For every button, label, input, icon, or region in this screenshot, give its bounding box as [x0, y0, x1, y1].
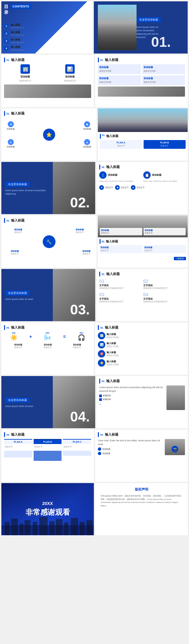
dot-2: [98, 452, 101, 455]
circle-item-3: ● 添加标题: [7, 139, 15, 148]
grid-item-2: 添加标题 添加文字内容: [142, 64, 185, 74]
circle-label-1: 添加标题: [7, 128, 15, 130]
plan-text-a: 添加文字: [4, 445, 32, 449]
bc-title-1: 添加标题: [101, 246, 141, 249]
slide-01-circles: 01. 输入标题 ⭐ ★ 添加标题 ◆ 添加标题 ● 添加标题: [1, 108, 97, 161]
item-title-4: 输入标题: [11, 45, 24, 49]
slide-contents: 目录 CONTENTS 1 输入标题 lorem ipsum sit 2 输入标…: [1, 1, 92, 54]
icon-card-header-1: 👤 添加标题: [99, 171, 141, 179]
overlay-items: 添加标题 添加文字 添加标题 添加文字: [100, 228, 186, 235]
num-item-4: 04 文字添加 添加内容文字添加内容文字: [143, 292, 185, 303]
stats-labels-row: 添加标题 添加文字 添加标题 添加文字 添加标题 添加文字: [4, 343, 91, 349]
plan-label-a: PLAN A: [4, 439, 32, 444]
slide-02-diagram: 02. 输入标题 🔧 添加标题 添加文字 添加标题 添加文字 添加标题 添加文字: [1, 215, 97, 268]
ov-text-1: 添加文字: [101, 232, 141, 234]
stat-label-3: 添加标题 添加文字: [63, 343, 91, 349]
proc-circle-2: 📊: [98, 341, 105, 348]
item-num-4: 4: [4, 46, 9, 50]
photo-text-area: Case note: Enter the text to the editor.…: [98, 439, 163, 455]
svg-rect-6: [39, 517, 48, 535]
sec-num-12: 03.: [102, 273, 105, 275]
contents-item-1: 1 输入标题 lorem ipsum sit: [4, 23, 90, 29]
bullet-1: [99, 395, 102, 397]
bottom-card-1: 添加标题 添加文字: [100, 245, 142, 253]
slide-title-8: 输入标题: [106, 165, 120, 169]
sec-num-6: 01.: [102, 134, 105, 139]
stat-label-1: 添加标题 添加文字: [4, 343, 32, 349]
small-icon-3: ▼: [131, 185, 136, 190]
blue-bar-17: [4, 432, 5, 437]
item-title-1: 输入标题: [11, 23, 24, 27]
icon-wind: 🌬️: [44, 334, 51, 341]
circles-layout: ⭐ ★ 添加标题 ◆ 添加标题 ● 添加标题 ▲ 添加标题: [4, 118, 94, 151]
icon-02-1: 👤: [99, 171, 107, 179]
small-label-1: 添加文字: [105, 186, 113, 189]
row-3: 01. 输入标题 ⭐ ★ 添加标题 ◆ 添加标题 ● 添加标题: [1, 108, 188, 161]
icon-row-bottom: ★ 添加文字 ◆ 添加文字 ▼ 添加文字: [99, 185, 185, 190]
item-sub-3: lorem ipsum sit: [11, 41, 24, 43]
slide-header-14: 03. 输入标题: [98, 325, 185, 330]
blue-bar-12: [99, 272, 100, 276]
li-text-1: 标题添加: [103, 394, 111, 397]
quote-mark: ": [99, 403, 164, 410]
proc-text-3: 添加文字内容: [107, 354, 119, 357]
slide-section-02: 在这里添加标题 lorem ipsum dolor sit amet conse…: [1, 162, 95, 214]
stat-icon-3: 90% 🎧: [78, 332, 85, 341]
dia-text-1: 添加文字: [14, 231, 22, 234]
svg-rect-3: [20, 523, 24, 535]
slide-section-03: 在这里添加标题 lorem ipsum dolor sit amet 03.: [1, 269, 95, 321]
slide-04-plans: 04. 输入标题 PLAN A 添加文字 PLAN B 添加文字 PLAN C …: [1, 430, 94, 482]
plan-a-text: 添加文字: [101, 144, 141, 147]
row-2: 01. 输入标题 🏢 添加标题 添加内容文字 📊 添加标题 添加内容文字: [1, 55, 188, 107]
proc-title-2: 输入标题: [107, 342, 119, 345]
slide-section-04: 在这里添加标题 lorem ipsum dolor sit amet 04.: [1, 376, 95, 428]
section03-label: 在这里添加标题: [5, 291, 30, 296]
plan-text-c: 添加文字: [63, 445, 91, 449]
contents-item-3: 3 输入标题 lorem ipsum sit: [4, 38, 90, 43]
dia-item-2: 添加标题 添加文字: [76, 228, 84, 234]
plan-col-a: PLAN A 添加文字: [4, 439, 32, 461]
read-more-btn[interactable]: 了解更多: [174, 257, 186, 260]
dia-title-4: 添加标题: [82, 250, 90, 253]
slide-02-icons: 02. 输入标题 👤 添加标题 Case note: Enter the not…: [97, 162, 188, 214]
icon-02-2: 📋: [143, 171, 151, 179]
small-circle-2: ◆: [84, 121, 90, 127]
num-item-3: 03 文字添加 添加内容文字添加内容文字: [99, 292, 141, 303]
slide-title-17: 输入标题: [11, 432, 25, 437]
dia-item-4: 添加标题 添加文字: [82, 250, 90, 255]
big-num-3: 03: [99, 292, 141, 297]
bottom-cards: 添加标题 添加文字 添加标题 添加文字: [100, 245, 186, 253]
ov-title-1: 添加标题: [101, 229, 141, 232]
section02-content: 在这里添加标题 lorem ipsum dolor sit amet conse…: [5, 180, 91, 196]
blue-bar-10: [100, 239, 101, 244]
grid-item-3: 添加标题 添加文字内容: [98, 75, 141, 85]
overlay-card-2: 添加标题 添加文字: [144, 228, 186, 235]
blue-bar-18: [98, 432, 99, 437]
plan-a-label: PLAN A: [101, 141, 141, 144]
process-item-2: 📊 输入标题 添加文字内容: [98, 341, 185, 348]
proc-circle-1: 🔄: [98, 332, 105, 339]
proc-circle-4: ⭐: [98, 359, 105, 367]
slide-copyright: 版权声明 本作品由设计师精心制作，版权归原作者所有。未经授权，请勿转载、二次销售…: [95, 483, 188, 535]
icon-card-02-2: 📋 添加标题 Case note: Enter the note to the …: [143, 171, 185, 182]
num-title-3: 文字添加: [99, 297, 141, 301]
sl-text-3: 添加文字: [63, 346, 91, 349]
proc-content-3: 输入标题 添加文字内容: [107, 351, 119, 357]
svg-rect-7: [49, 521, 54, 535]
row-8: 在这里添加标题 lorem ipsum dolor sit amet 04. 0…: [1, 376, 188, 428]
thankyou-year: 20XX: [42, 501, 53, 506]
sec-num-13: 03.: [6, 327, 10, 329]
big-num-4: 04: [143, 292, 185, 297]
circle-label-4: 添加标题: [83, 146, 91, 148]
slide-03-numbered: 03. 输入标题 01 文字添加 添加内容文字添加内容文字 02 文字添加 添加…: [97, 269, 188, 321]
row-4: 在这里添加标题 lorem ipsum dolor sit amet conse…: [1, 162, 188, 214]
plan-slide-title: 输入标题: [106, 134, 118, 139]
process-flow: 🔄 输入标题 添加文字内容 📊 输入标题 添加文字内容 🎯: [98, 332, 185, 367]
plan-header: 01. 输入标题: [100, 134, 186, 139]
icon-cards-02: 👤 添加标题 Case note: Enter the note to the …: [99, 171, 185, 182]
num-title-1: 文字添加: [99, 284, 141, 287]
item-num-1: 1: [4, 24, 9, 28]
proc-title-4: 输入标题: [107, 360, 119, 363]
grid-title-1: 添加标题: [99, 66, 140, 69]
plan-label-b: PLAN B: [34, 439, 62, 444]
